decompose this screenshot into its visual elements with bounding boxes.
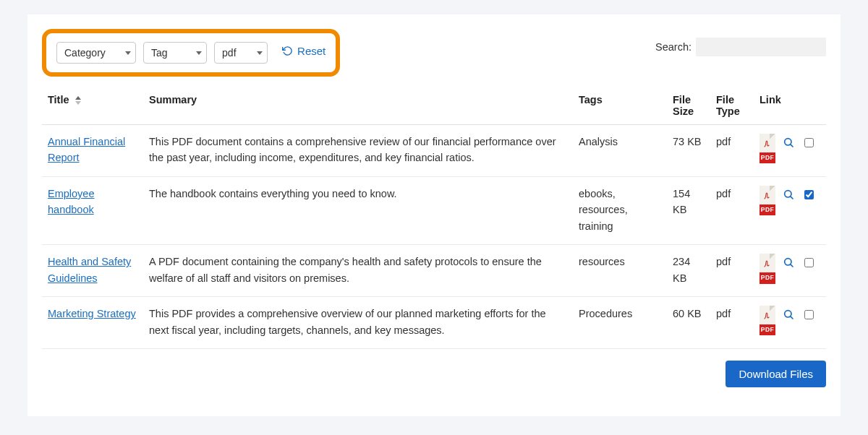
document-size: 60 KB [667,297,710,349]
select-row-checkbox[interactable] [804,190,814,199]
column-header-file-type[interactable]: File Type [710,87,754,125]
document-title-link[interactable]: Annual Financial Report [48,136,125,163]
sort-indicator-icon [75,96,81,105]
column-header-summary[interactable]: Summary [143,87,573,125]
search-label: Search: [655,41,692,53]
document-tags: ebooks, resources, training [573,176,667,244]
download-files-button[interactable]: Download Files [726,361,826,387]
filetype-select[interactable]: pdf [214,42,268,64]
reset-button[interactable]: Reset [282,45,326,57]
tag-select-label: Tag [151,47,168,59]
search-input[interactable] [696,38,826,56]
preview-icon[interactable] [783,137,794,152]
documents-table: Title Summary Tags File Size File Type L… [42,87,826,349]
document-type: pdf [710,297,754,349]
document-tags: Procedures [573,297,667,349]
document-title-link[interactable]: Marketing Strategy [48,308,136,319]
document-summary: This PDF provides a comprehensive overvi… [143,297,573,349]
document-title-link[interactable]: Health and Safety Guidelines [48,256,131,283]
preview-icon[interactable] [783,257,794,272]
tag-select[interactable]: Tag [143,42,207,64]
document-summary: A PDF document containing the company's … [143,245,573,297]
filters-row: Category Tag pdf Reset Search: [42,29,826,84]
category-select[interactable]: Category [56,42,136,64]
document-type: pdf [710,245,754,297]
document-table-panel: Category Tag pdf Reset Search: [27,14,841,416]
table-row: Employee handbookThe handbook contains e… [42,176,826,244]
pdf-file-icon[interactable]: PDF [760,186,775,215]
svg-line-1 [791,145,793,147]
preview-icon[interactable] [783,309,794,324]
document-tags: Analysis [573,125,667,177]
undo-icon [282,46,293,56]
pdf-file-icon[interactable]: PDF [760,254,775,283]
search-wrap: Search: [655,38,826,56]
document-summary: This PDF document contains a comprehensi… [143,125,573,177]
svg-line-5 [791,264,793,267]
column-header-file-size[interactable]: File Size [667,87,710,125]
chevron-down-icon [257,51,263,55]
column-header-link[interactable]: Link [754,87,826,125]
document-summary: The handbook contains everything you nee… [143,176,573,244]
column-header-title[interactable]: Title [42,87,143,125]
document-title-link[interactable]: Employee handbook [48,188,94,215]
document-type: pdf [710,176,754,244]
reset-label: Reset [297,45,326,57]
select-row-checkbox[interactable] [804,310,814,319]
svg-line-7 [791,316,793,319]
document-tags: resources [573,245,667,297]
document-size: 154 KB [667,176,710,244]
select-row-checkbox[interactable] [804,258,814,267]
pdf-file-icon[interactable]: PDF [760,134,775,163]
svg-line-3 [791,197,793,199]
document-size: 73 KB [667,125,710,177]
table-row: Health and Safety GuidelinesA PDF docume… [42,245,826,297]
chevron-down-icon [125,51,131,55]
filter-highlight-box: Category Tag pdf Reset [42,29,340,77]
chevron-down-icon [196,51,202,55]
table-row: Marketing StrategyThis PDF provides a co… [42,297,826,349]
table-row: Annual Financial ReportThis PDF document… [42,125,826,177]
filetype-select-value: pdf [222,47,236,59]
select-row-checkbox[interactable] [804,138,814,147]
column-header-tags[interactable]: Tags [573,87,667,125]
document-type: pdf [710,125,754,177]
preview-icon[interactable] [783,189,794,204]
category-select-label: Category [64,47,106,59]
document-size: 234 KB [667,245,710,297]
pdf-file-icon[interactable]: PDF [760,306,775,335]
